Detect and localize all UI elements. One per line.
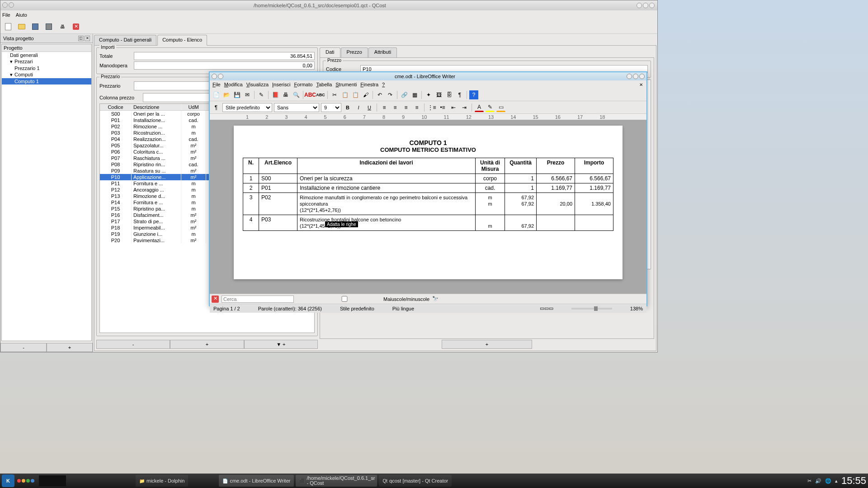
font-color-icon[interactable]: A xyxy=(475,103,484,112)
save-button[interactable] xyxy=(30,22,40,32)
minimize-button[interactable] xyxy=(637,3,642,8)
indent-dec-icon[interactable]: ⇤ xyxy=(449,103,458,112)
open-icon[interactable]: 📂 xyxy=(222,90,231,99)
gallery-icon[interactable]: 🖼 xyxy=(434,90,443,99)
expand-tray-icon[interactable]: ▴ xyxy=(835,478,838,484)
find-close-icon[interactable]: ✕ xyxy=(212,296,219,303)
zoom-slider[interactable] xyxy=(571,308,612,310)
detach-icon[interactable]: ◫ xyxy=(78,36,84,41)
autocheck-icon[interactable]: ABC xyxy=(316,90,325,99)
task-qtcreator[interactable]: Qt qcost [master] - Qt Creator xyxy=(379,475,452,487)
view-mode-icon[interactable]: ▭▭▭ xyxy=(540,305,553,311)
format-paint-icon[interactable]: 🖌 xyxy=(361,90,370,99)
help-icon[interactable]: ? xyxy=(469,90,478,99)
lo-min-button[interactable] xyxy=(627,74,632,79)
hyperlink-icon[interactable]: 🔗 xyxy=(400,90,409,99)
project-tree[interactable]: Progetto Dati generali ▾Prezzari Prezzar… xyxy=(1,44,92,341)
find-input[interactable] xyxy=(222,296,294,303)
document-viewport[interactable]: Adatta le righe COMPUTO 1 COMPUTO METRIC… xyxy=(210,120,646,294)
task-dolphin[interactable]: 📁 mickele - Dolphin xyxy=(136,475,188,487)
navigator-icon[interactable]: ✦ xyxy=(424,90,433,99)
case-checkbox[interactable] xyxy=(308,296,381,302)
lo-menu-finestra[interactable]: Finestra xyxy=(360,82,378,87)
clock[interactable]: 15:55 xyxy=(841,475,866,487)
datasource-icon[interactable]: 🗄 xyxy=(445,90,454,99)
tab-dati-generali[interactable]: Computo - Dati generali xyxy=(94,35,156,46)
tree-computo1[interactable]: Computo 1 xyxy=(2,78,91,84)
network-icon[interactable]: 🌐 xyxy=(825,478,831,484)
lo-menu-tabella[interactable]: Tabella xyxy=(316,82,332,87)
italic-icon[interactable]: I xyxy=(354,103,363,112)
new-doc-button[interactable] xyxy=(3,22,13,32)
lo-menu-modifica[interactable]: Modifica xyxy=(224,82,243,87)
lo-close-button[interactable] xyxy=(639,74,645,79)
underline-icon[interactable]: U xyxy=(365,103,374,112)
lo-pin-icon[interactable] xyxy=(218,74,223,79)
exit-button[interactable]: ✕ xyxy=(71,22,81,32)
align-left-icon[interactable]: ≡ xyxy=(380,103,389,112)
lo-menu-formato[interactable]: Formato xyxy=(294,82,312,87)
new-icon[interactable]: 📄 xyxy=(212,90,221,99)
align-right-icon[interactable]: ≡ xyxy=(401,103,410,112)
save-icon[interactable]: 💾 xyxy=(232,90,241,99)
open-button[interactable] xyxy=(17,22,27,32)
copy-icon[interactable]: 📋 xyxy=(340,90,349,99)
edit-icon[interactable]: ✎ xyxy=(257,90,266,99)
styles-icon[interactable]: ¶ xyxy=(212,103,221,112)
align-center-icon[interactable]: ≡ xyxy=(391,103,400,112)
rtab-dati[interactable]: Dati xyxy=(320,47,340,57)
font-family-select[interactable]: Sans xyxy=(274,103,319,112)
paste-icon[interactable]: 📋 xyxy=(351,90,360,99)
undo-icon[interactable]: ↶ xyxy=(375,90,384,99)
menu-file[interactable]: File xyxy=(2,12,10,18)
tree-computi[interactable]: ▾Computi xyxy=(2,71,91,78)
list-num-icon[interactable]: ⋮≡ xyxy=(427,103,436,112)
task-libreoffice[interactable]: 📄 cme.odt - LibreOffice Writer xyxy=(219,475,294,487)
pager[interactable] xyxy=(39,475,66,486)
tab-elenco[interactable]: Computo - Elenco xyxy=(157,35,207,46)
print-icon[interactable]: 🖶 xyxy=(281,90,290,99)
lo-menu-?[interactable]: ? xyxy=(382,82,385,87)
table-icon[interactable]: ▦ xyxy=(410,90,419,99)
paragraph-style-select[interactable]: Stile predefinito xyxy=(222,103,272,112)
win-menu-icon[interactable] xyxy=(2,2,8,8)
rtab-prezzo[interactable]: Prezzo xyxy=(341,47,368,57)
lo-app-icon[interactable] xyxy=(212,74,217,79)
close-button[interactable] xyxy=(649,3,655,8)
font-size-select[interactable]: 9 xyxy=(321,103,341,112)
align-justify-icon[interactable]: ≡ xyxy=(412,103,421,112)
lo-doc-close-icon[interactable]: ✕ xyxy=(639,82,645,88)
maximize-button[interactable] xyxy=(643,3,648,8)
indent-inc-icon[interactable]: ⇥ xyxy=(460,103,469,112)
win-pin-icon[interactable] xyxy=(9,2,14,8)
tray-icon[interactable]: ✂ xyxy=(807,478,811,484)
volume-icon[interactable]: 🔊 xyxy=(815,478,821,484)
tree-add-button[interactable]: + xyxy=(47,343,93,352)
email-icon[interactable]: ✉ xyxy=(243,90,252,99)
nonprint-icon[interactable]: ¶ xyxy=(455,90,464,99)
price-insert-button[interactable]: ▼ + xyxy=(244,340,318,349)
lo-max-button[interactable] xyxy=(633,74,638,79)
list-bullet-icon[interactable]: •≡ xyxy=(438,103,447,112)
tree-prezzario1[interactable]: Prezzario 1 xyxy=(2,65,91,71)
redo-icon[interactable]: ↷ xyxy=(386,90,395,99)
tree-remove-button[interactable]: - xyxy=(0,343,47,352)
preview-icon[interactable]: 🔍 xyxy=(292,90,301,99)
menu-aiuto[interactable]: Aiuto xyxy=(16,12,27,18)
highlight-icon[interactable]: ✎ xyxy=(486,103,495,112)
task-qcost[interactable]: ⬛ /home/mickele/QCost_0.6.1_sr- QCost xyxy=(296,475,377,487)
lo-menu-strumenti[interactable]: Strumenti xyxy=(335,82,357,87)
lo-menu-visualizza[interactable]: Visualizza xyxy=(246,82,269,87)
price-add-button[interactable]: + xyxy=(170,340,244,349)
kde-start-button[interactable]: K xyxy=(2,474,14,487)
bold-icon[interactable]: B xyxy=(343,103,352,112)
binoculars-icon[interactable]: 🔭 xyxy=(432,296,439,302)
price-remove-button[interactable]: - xyxy=(96,340,170,349)
panel-close-icon[interactable]: ✕ xyxy=(85,36,90,41)
lo-menu-inserisci[interactable]: Inserisci xyxy=(272,82,290,87)
pdf-icon[interactable]: 📕 xyxy=(271,90,280,99)
rtab-attributi[interactable]: Attributi xyxy=(368,47,397,57)
zoom-value[interactable]: 138% xyxy=(630,306,643,311)
tree-prezzari[interactable]: ▾Prezzari xyxy=(2,58,91,65)
cut-icon[interactable]: ✂ xyxy=(330,90,339,99)
